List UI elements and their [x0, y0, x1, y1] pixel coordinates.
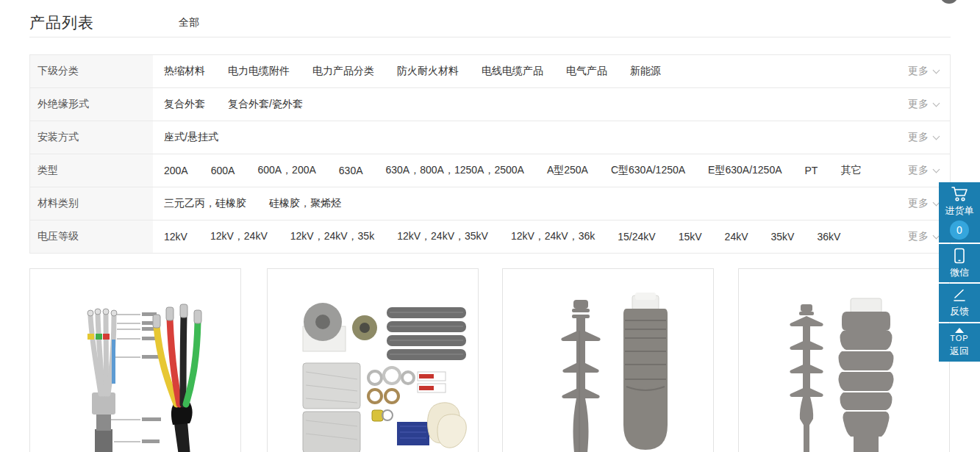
header-divider [29, 37, 951, 37]
page-title: 产品列表 [29, 12, 94, 33]
filter-option[interactable]: 12kV，24kV，35k [290, 230, 374, 243]
pencil-icon [952, 288, 967, 303]
more-label: 更多 [908, 98, 929, 111]
tab-all[interactable]: 全部 [179, 16, 199, 29]
filter-option[interactable]: E型630A/1250A [708, 164, 782, 177]
arrow-up-icon [955, 328, 964, 333]
filter-option[interactable]: 座式/悬挂式 [164, 131, 218, 144]
filter-options: 复合外套复合外套/瓷外套 [153, 88, 908, 121]
chevron-down-icon [933, 99, 940, 107]
more-label: 更多 [908, 65, 929, 78]
more-label: 更多 [908, 164, 929, 177]
product-card[interactable] [738, 268, 950, 452]
filter-row: 电压等级12kV12kV，24kV12kV，24kV，35k12kV，24kV，… [30, 220, 950, 254]
filter-option[interactable]: 热缩材料 [164, 65, 205, 78]
filter-option[interactable]: 36kV [817, 231, 840, 243]
side-toolbar: 进货单 0 微信 反馈 TOP [939, 182, 980, 363]
filter-options: 热缩材料电力电缆附件电力产品分类防火耐火材料电线电缆产品电气产品新能源 [153, 55, 908, 87]
filter-row-label: 外绝缘形式 [30, 88, 153, 121]
filter-table: 下级分类热缩材料电力电缆附件电力产品分类防火耐火材料电线电缆产品电气产品新能源更… [29, 54, 951, 254]
top-word: TOP [950, 334, 968, 342]
wechat-panel[interactable]: 微信 [939, 244, 980, 282]
filter-row: 材料类别三元乙丙，硅橡胶硅橡胶，聚烯烃更多 [30, 187, 950, 220]
feedback-label: 反馈 [950, 305, 969, 318]
filter-row: 类型200A600A600A，200A630A630A，800A，1250A，2… [30, 154, 950, 187]
filter-option[interactable]: 600A [211, 165, 235, 176]
filter-options: 200A600A600A，200A630A630A，800A，1250A，250… [153, 154, 908, 187]
filter-option[interactable]: 12kV，24kV [210, 230, 268, 243]
filter-option[interactable]: C型630A/1250A [611, 164, 685, 177]
filter-option[interactable]: A型250A [547, 164, 588, 177]
filter-option[interactable]: PT [805, 165, 818, 176]
more-label: 更多 [908, 131, 929, 144]
cart-count-badge: 0 [950, 220, 969, 240]
more-label: 更多 [908, 230, 929, 243]
cart-label: 进货单 [945, 204, 974, 218]
filter-row-label: 下级分类 [30, 55, 153, 87]
back-label: 返回 [950, 345, 969, 358]
more-label: 更多 [908, 197, 929, 210]
cart-panel[interactable]: 进货单 0 [939, 182, 980, 243]
filter-option[interactable]: 600A，200A [257, 164, 315, 177]
filter-option[interactable]: 电气产品 [566, 65, 607, 78]
chevron-down-icon [933, 165, 940, 173]
more-button[interactable]: 更多 [908, 55, 950, 87]
feedback-panel[interactable]: 反馈 [939, 284, 980, 322]
filter-row-label: 类型 [30, 154, 153, 187]
filter-option[interactable]: 新能源 [630, 65, 661, 78]
back-to-top-panel[interactable]: TOP 返回 [939, 323, 980, 362]
filter-option[interactable]: 15/24kV [618, 231, 655, 243]
filter-option[interactable]: 复合外套 [164, 98, 205, 111]
filter-option[interactable]: 24kV [725, 231, 748, 243]
cable-termination-colored-wires-photo [30, 269, 240, 452]
filter-option[interactable]: 15kV [679, 231, 702, 243]
product-list-page: 产品列表 全部 下级分类热缩材料电力电缆附件电力产品分类防火耐火材料电线电缆产品… [0, 0, 980, 452]
filter-options: 座式/悬挂式 [153, 121, 908, 154]
filter-option[interactable]: 电力电缆附件 [228, 65, 290, 78]
filter-option[interactable]: 防火耐火材料 [397, 65, 459, 78]
product-grid [29, 268, 951, 452]
cart-icon [951, 186, 968, 202]
filter-option[interactable]: 200A [164, 165, 188, 176]
filter-option[interactable]: 电线电缆产品 [482, 65, 543, 78]
filter-option[interactable]: 35kV [771, 231, 795, 243]
filter-option[interactable]: 12kV，24kV，35kV [397, 230, 488, 243]
filter-option[interactable]: 三元乙丙，硅橡胶 [164, 197, 246, 210]
filter-row-label: 安装方式 [30, 121, 153, 154]
cold-shrink-accessory-kit-photo [268, 269, 478, 452]
filter-row: 下级分类热缩材料电力电缆附件电力产品分类防火耐火材料电线电缆产品电气产品新能源更… [30, 55, 950, 88]
filter-option[interactable]: 其它 [840, 164, 861, 177]
filter-row-label: 电压等级 [30, 220, 153, 253]
filter-option[interactable]: 电力产品分类 [312, 65, 374, 78]
filter-row: 安装方式座式/悬挂式更多 [30, 121, 950, 154]
gray-finned-termination-pair-photo [739, 269, 949, 452]
more-button[interactable]: 更多 [908, 121, 950, 154]
filter-option[interactable]: 复合外套/瓷外套 [228, 98, 303, 111]
wechat-label: 微信 [950, 266, 969, 279]
page-header: 产品列表 全部 [29, 10, 951, 37]
chevron-down-icon [933, 66, 940, 73]
product-card[interactable] [29, 268, 241, 452]
filter-row: 外绝缘形式复合外套复合外套/瓷外套更多 [30, 88, 950, 121]
filter-option[interactable]: 630A [339, 165, 363, 176]
product-card[interactable] [502, 268, 714, 452]
filter-row-label: 材料类别 [30, 187, 153, 220]
chevron-down-icon [933, 132, 940, 140]
filter-option[interactable]: 12kV，24kV，36k [511, 230, 595, 243]
filter-options: 12kV12kV，24kV12kV，24kV，35k12kV，24kV，35kV… [153, 220, 908, 253]
gray-cold-shrink-termination-pair-photo [503, 269, 713, 452]
more-button[interactable]: 更多 [908, 88, 950, 121]
filter-options: 三元乙丙，硅橡胶硅橡胶，聚烯烃 [153, 187, 908, 220]
phone-icon [953, 248, 966, 264]
filter-option[interactable]: 硅橡胶，聚烯烃 [269, 197, 341, 210]
scrolled-avatar-icon [940, 0, 958, 4]
product-card[interactable] [267, 268, 479, 452]
filter-option[interactable]: 630A，800A，1250A，2500A [386, 164, 524, 177]
filter-option[interactable]: 12kV [164, 231, 187, 243]
